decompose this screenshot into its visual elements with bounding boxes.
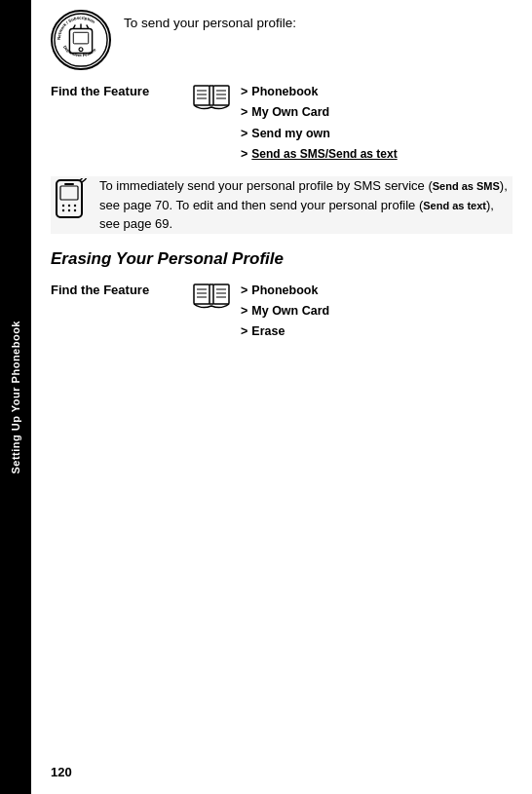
- svg-rect-10: [213, 86, 229, 105]
- arrow-2-2: >: [241, 301, 247, 321]
- logo-area: Network / Subscription Dependent Feature: [51, 10, 119, 70]
- menu-steps-2: >Phonebook >My Own Card >Erase: [241, 281, 329, 343]
- svg-rect-9: [194, 86, 209, 105]
- menu-step-3: >Send my own: [241, 124, 398, 144]
- svg-rect-29: [213, 284, 229, 304]
- intro-text-content: To send your personal profile:: [124, 16, 296, 30]
- menu-step-2-3: >Erase: [241, 321, 329, 342]
- top-section: Network / Subscription Dependent Feature: [51, 10, 513, 70]
- svg-rect-27: [64, 183, 74, 185]
- svg-point-5: [79, 48, 83, 52]
- arrow-2-1: >: [241, 281, 247, 301]
- svg-rect-20: [60, 186, 78, 200]
- menu-step-1: >Phonebook: [241, 82, 398, 102]
- main-content: Network / Subscription Dependent Feature: [31, 0, 532, 361]
- menu-step-2-1: >Phonebook: [241, 281, 329, 301]
- svg-point-26: [74, 209, 76, 211]
- svg-point-21: [62, 205, 64, 207]
- menu-step-4: >Send as SMS/Send as text: [241, 144, 398, 165]
- arrow-1: >: [241, 82, 247, 102]
- svg-text:Network / Subscription: Network / Subscription: [57, 16, 96, 40]
- sidebar-label: Setting Up Your Phonebook: [10, 321, 21, 474]
- svg-point-25: [68, 209, 70, 211]
- svg-rect-28: [194, 284, 209, 304]
- menu-step-2: >My Own Card: [241, 102, 398, 123]
- svg-point-24: [62, 209, 64, 211]
- intro-text: To send your personal profile:: [124, 10, 513, 33]
- arrow-3: >: [241, 124, 247, 144]
- find-feature-label-2: Find the Feature: [51, 281, 192, 297]
- arrow-2-3: >: [241, 321, 247, 342]
- menu-step-2-2: >My Own Card: [241, 301, 329, 321]
- find-feature-label-1: Find the Feature: [51, 82, 192, 98]
- page-container: Setting Up Your Phonebook Network / Subs…: [0, 0, 532, 794]
- menu-nav-icon-1: [192, 82, 233, 119]
- note-section: To immediately send your personal profil…: [51, 176, 513, 234]
- svg-point-23: [74, 205, 76, 207]
- note-text: To immediately send your personal profil…: [99, 176, 513, 234]
- svg-point-0: [55, 14, 107, 66]
- svg-rect-4: [73, 32, 88, 44]
- note-phone-icon: [51, 176, 92, 228]
- arrow-2: >: [241, 102, 247, 123]
- svg-point-22: [68, 205, 70, 207]
- page-number: 120: [31, 765, 72, 779]
- menu-nav-icon-2: [192, 281, 233, 318]
- network-feature-logo: Network / Subscription Dependent Feature: [51, 10, 111, 70]
- arrow-4: >: [241, 144, 247, 165]
- find-feature-block-2: Find the Feature >Phonebook: [51, 281, 513, 343]
- find-feature-block-1: Find the Feature: [51, 82, 513, 165]
- sidebar: Setting Up Your Phonebook: [0, 0, 31, 794]
- menu-steps-1: >Phonebook >My Own Card >Send my own >Se…: [241, 82, 398, 165]
- section-heading: Erasing Your Personal Profile: [51, 249, 513, 269]
